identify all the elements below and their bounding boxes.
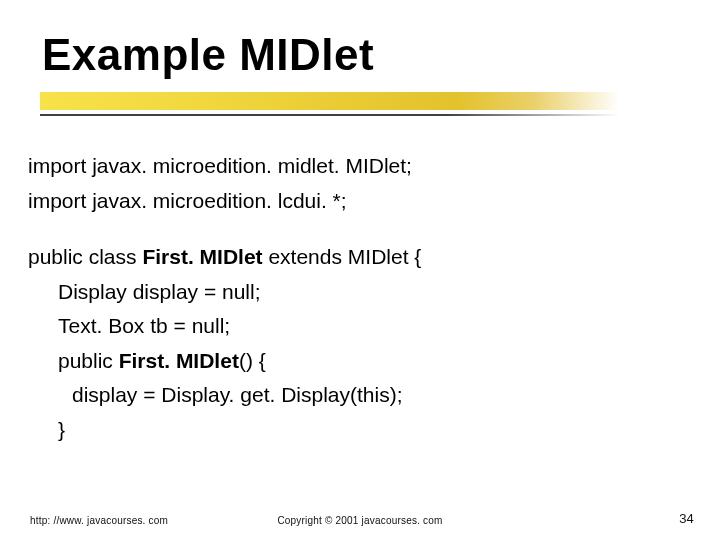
underline-rule	[40, 114, 620, 116]
code-line-3-pre: public class	[28, 245, 142, 268]
code-line-5: Text. Box tb = null;	[28, 310, 688, 343]
code-line-8: }	[28, 414, 688, 447]
blank-line	[28, 219, 688, 241]
slide-body: import javax. microedition. midlet. MIDl…	[28, 150, 688, 448]
title-underline	[40, 92, 620, 116]
footer-copyright: Copyright © 2001 javacourses. com	[0, 515, 720, 526]
code-line-3-bold: First. MIDlet	[142, 245, 262, 268]
code-line-6-bold: First. MIDlet	[119, 349, 239, 372]
footer-page-number: 34	[679, 511, 694, 526]
code-line-6-pre: public	[58, 349, 119, 372]
slide: Example MIDlet import javax. microeditio…	[0, 0, 720, 540]
code-line-1: import javax. microedition. midlet. MIDl…	[28, 150, 688, 183]
code-line-6-post: () {	[239, 349, 266, 372]
code-line-3-post: extends MIDlet {	[263, 245, 422, 268]
code-line-4: Display display = null;	[28, 276, 688, 309]
code-line-2: import javax. microedition. lcdui. *;	[28, 185, 688, 218]
code-line-3: public class First. MIDlet extends MIDle…	[28, 241, 688, 274]
code-line-6: public First. MIDlet() {	[28, 345, 688, 378]
slide-title: Example MIDlet	[42, 30, 374, 80]
underline-gradient	[40, 92, 620, 110]
code-line-7: display = Display. get. Display(this);	[28, 379, 688, 412]
